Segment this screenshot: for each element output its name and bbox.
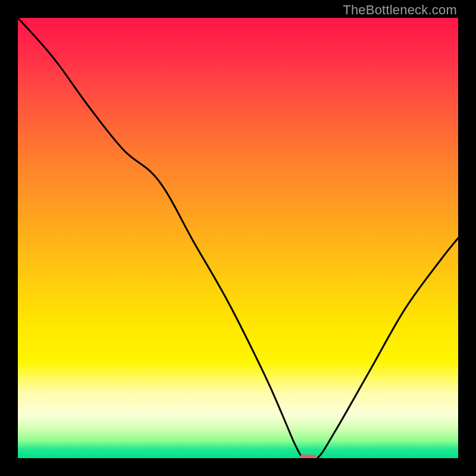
bottleneck-curve <box>18 18 458 458</box>
plot-area <box>18 18 458 458</box>
optimal-marker <box>299 455 317 458</box>
watermark-text: TheBottleneck.com <box>343 2 457 18</box>
chart-container: TheBottleneck.com <box>0 0 476 476</box>
